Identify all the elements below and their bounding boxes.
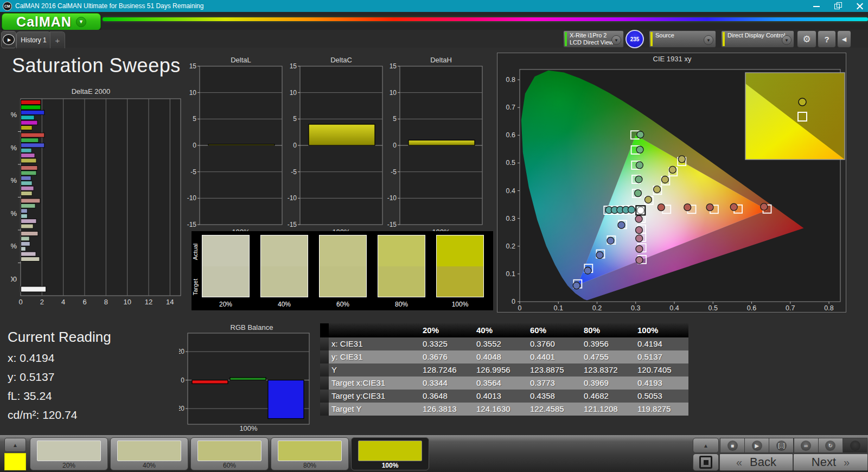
stop-button[interactable]: ■	[720, 438, 745, 453]
add-tab-button[interactable]: +	[50, 31, 65, 48]
tab-label: History 1	[21, 36, 46, 44]
table-value: 0.4682	[581, 390, 635, 403]
chart-title: CIE 1931 xy	[653, 55, 692, 63]
bar-20%-1	[21, 237, 30, 241]
table-value: 0.5053	[635, 390, 688, 403]
tick-label: 0	[518, 304, 522, 312]
table-value: 126.9956	[474, 363, 527, 377]
minimize-button[interactable]	[813, 2, 820, 10]
back-button[interactable]: « Back	[719, 454, 793, 471]
tick-label: 4	[61, 298, 65, 305]
close-button[interactable]	[856, 2, 864, 10]
meter-count-badge[interactable]: 235	[626, 30, 644, 48]
display-control-label: Direct Display Control	[727, 32, 785, 39]
restore-button[interactable]	[834, 2, 842, 10]
stop-large-button[interactable]	[693, 454, 719, 471]
bar-80%-4	[21, 154, 35, 158]
table-row-3: Target x:CIE310.33440.35640.37730.39690.…	[320, 377, 688, 390]
pattern-button-80%[interactable]: 80%	[271, 437, 349, 470]
measured-marker-magenta	[636, 235, 643, 242]
tick-label: 0.7	[506, 104, 515, 111]
measured-marker-magenta	[635, 215, 642, 222]
table-value: 0.3564	[474, 377, 527, 390]
measured-marker-green	[636, 146, 643, 153]
loop-button[interactable]: [‥]	[769, 438, 794, 453]
framed-square-icon	[699, 456, 712, 469]
deltae2000-chart: DeltaE 200002468101214100%80%60%40%20%10…	[11, 86, 184, 305]
measured-marker-yellow	[654, 186, 661, 193]
table-value: 0.4193	[635, 377, 688, 390]
swatch-column-label: 20%	[202, 301, 250, 308]
display-control-dropdown[interactable]: Direct Display Control ▼	[721, 30, 794, 48]
tab-history-1[interactable]: History 1	[16, 31, 51, 48]
titlebar: CM CalMAN 2016 CalMAN Ultimate for Busin…	[0, 0, 868, 12]
tick-label: 10	[189, 89, 197, 97]
rgb-balance-chart: RGB Balance200-20100%	[179, 323, 316, 432]
pattern-button-label: 40%	[111, 462, 188, 469]
record-indicator-button[interactable]	[843, 438, 867, 453]
next-button[interactable]: Next »	[793, 454, 868, 471]
infinity-button[interactable]: ∞	[794, 438, 819, 453]
tab-toolbar-row: ▶ History 1 + X-Rite i1Pro 2LCD Direct V…	[0, 30, 868, 48]
tick-label: 0.2	[592, 304, 602, 312]
tick-label: -20	[179, 405, 184, 412]
reading-line-3: cd/m²: 120.74	[8, 409, 77, 422]
pattern-button-40%[interactable]: 40%	[110, 437, 188, 470]
table-value: 0.4048	[474, 350, 527, 363]
table-row-4: Target y:CIE310.36480.40130.43580.46820.…	[320, 390, 688, 403]
bar-20%-5	[21, 257, 40, 261]
measured-marker-green	[635, 176, 642, 183]
help-button[interactable]: ?	[818, 30, 836, 48]
measured-marker-yellow	[644, 196, 652, 203]
swatch-column-label: 60%	[319, 301, 367, 308]
bar-60%-2	[21, 176, 31, 180]
group-label: 80%	[11, 144, 17, 152]
pattern-panel-expand-button[interactable]: ▲	[4, 438, 26, 452]
gear-icon: ⚙	[802, 34, 810, 45]
stop-icon: ■	[727, 441, 738, 451]
tick-label: 0.6	[506, 131, 515, 139]
bar-60%-4	[21, 186, 34, 190]
compare-swatch-80%	[378, 235, 425, 297]
tab-scroll-button[interactable]: ▶	[1, 31, 16, 48]
pattern-button-60%[interactable]: 60%	[190, 437, 269, 470]
tick-label: 10	[390, 89, 397, 97]
measured-marker-red	[658, 204, 665, 211]
pattern-button-20%[interactable]: 20%	[30, 437, 108, 470]
source-dropdown[interactable]: Source ▼	[649, 30, 716, 48]
tick-label: -10	[288, 194, 297, 202]
tick-label: -15	[187, 221, 197, 228]
tick-label: 5	[393, 115, 397, 123]
table-header-row: 20%40%60%80%100%	[320, 323, 688, 337]
control-panel-expand-button[interactable]: ▲	[693, 438, 719, 453]
swatch-column-label: 100%	[436, 301, 484, 308]
tick-label: 0.5	[709, 304, 718, 312]
chevron-down-icon: ▼	[76, 17, 86, 27]
bar-60%-0	[21, 166, 37, 170]
tick-label: 0.8	[824, 304, 833, 312]
calman-logo-button[interactable]: CalMAN ▼	[2, 13, 101, 30]
play-button[interactable]: ▶	[744, 438, 769, 453]
table-value: 0.4358	[527, 390, 581, 403]
current-pattern-swatch[interactable]	[4, 453, 26, 470]
measured-marker-blue	[573, 282, 580, 289]
column-header-60%: 60%	[527, 323, 581, 337]
refresh-button[interactable]: ↻	[818, 438, 843, 453]
measured-marker-blue	[584, 267, 591, 274]
measured-marker-yellow	[669, 166, 676, 173]
tick-label: -5	[391, 168, 397, 176]
meter-dropdown[interactable]: X-Rite i1Pro 2LCD Direct View ▼	[563, 30, 624, 48]
target-swatch	[261, 266, 308, 297]
chart-title: DeltaL	[231, 56, 251, 64]
collapse-panel-button[interactable]: ◀	[837, 30, 851, 48]
bar-80%-3	[21, 148, 32, 152]
group-label: 100	[11, 275, 17, 283]
group-label: 100%	[11, 111, 17, 119]
settings-button[interactable]: ⚙	[797, 30, 816, 48]
window-title: CalMAN 2016 CalMAN Ultimate for Business…	[15, 2, 203, 10]
tick-label: 0.1	[554, 304, 563, 312]
compare-swatch-40%	[260, 235, 308, 297]
tick-label: -10	[387, 194, 397, 202]
pattern-button-100%[interactable]: 100%	[351, 437, 429, 470]
measured-marker-blue	[607, 237, 614, 244]
